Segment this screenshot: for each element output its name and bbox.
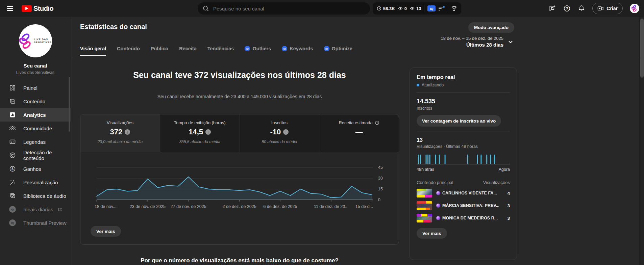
realtime-views-count: 13 bbox=[417, 137, 510, 143]
topbar: Studio 58.3K 0 13 IQ bbox=[0, 0, 644, 17]
subscriber-count: 14.535 bbox=[417, 98, 510, 105]
svg-text:30: 30 bbox=[378, 176, 383, 181]
top-content-row[interactable]: MÔNICA DE MEDEIROS R... 3 bbox=[417, 214, 510, 222]
sidebar-item-biblioteca-de-audio[interactable]: Biblioteca de áudio bbox=[0, 189, 71, 203]
svg-text:23 de nov. de 2025: 23 de nov. de 2025 bbox=[130, 204, 166, 209]
tab-visao-geral[interactable]: Visão geral bbox=[80, 46, 106, 56]
top-content-header: Conteúdo principal Visualizações bbox=[417, 180, 510, 185]
scrollbar-thumb[interactable] bbox=[640, 19, 644, 78]
content-icon bbox=[9, 98, 16, 105]
feedback-button[interactable] bbox=[549, 5, 556, 12]
vidiq-stats-bar[interactable]: 58.3K 0 13 IQ bbox=[373, 2, 461, 15]
page-scrollbar[interactable] bbox=[639, 17, 644, 265]
tab-outliers[interactable]: IQOutliers bbox=[245, 46, 271, 56]
sidebar-item-analytics[interactable]: Analytics bbox=[0, 108, 71, 122]
external-link-icon bbox=[58, 207, 62, 212]
notifications-bell-icon[interactable] bbox=[578, 5, 585, 12]
earnings-icon: $ bbox=[9, 165, 16, 172]
channel-logo-text: LIVE DAS SENSÍTIVAS bbox=[34, 38, 52, 44]
metric-inscritos[interactable]: Inscritos -10↓ 80 abaixo da média bbox=[240, 114, 320, 152]
svg-text:45: 45 bbox=[378, 165, 383, 170]
eye-icon bbox=[410, 6, 415, 11]
svg-text:2 de dez. de 2025: 2 de dez. de 2025 bbox=[223, 204, 256, 209]
create-camera-icon bbox=[597, 6, 604, 11]
sidebar-item-personalizacao[interactable]: Personalização bbox=[0, 176, 71, 189]
live-dot-icon bbox=[417, 84, 419, 86]
divider bbox=[424, 5, 424, 12]
date-range-text: 18 de nov. – 15 de dez. de 2025 bbox=[441, 36, 503, 41]
advanced-mode-button[interactable]: Modo avançado bbox=[468, 22, 514, 33]
svg-text:15 de d...: 15 de d... bbox=[355, 204, 373, 209]
account-avatar[interactable] bbox=[630, 4, 639, 13]
metric-receita-estimada[interactable]: Receita estimada — bbox=[319, 114, 399, 152]
vidiq-icon: IQ bbox=[9, 219, 16, 226]
eye-icon bbox=[398, 6, 403, 11]
scorecard-icon[interactable] bbox=[439, 6, 445, 11]
tab-receita[interactable]: Receita bbox=[179, 46, 197, 56]
search-bar[interactable] bbox=[198, 2, 370, 15]
sidebar-item-thumbnail-preview[interactable]: IQ Thumbnail Preview bbox=[0, 216, 71, 230]
trophy-icon[interactable] bbox=[451, 5, 457, 11]
clock-icon bbox=[377, 6, 381, 11]
watch-time-chip: 58.3K bbox=[377, 6, 395, 11]
date-range-picker[interactable]: 18 de nov. – 15 de dez. de 2025 Últimos … bbox=[441, 36, 514, 48]
vidiq-icon: IQ bbox=[324, 46, 329, 51]
analytics-icon bbox=[9, 111, 16, 118]
svg-text:0: 0 bbox=[378, 197, 380, 202]
channel-title: Seu canal bbox=[0, 63, 71, 69]
vidiq-icon: IQ bbox=[245, 46, 250, 51]
sidebar-item-conteudo[interactable]: Conteúdo bbox=[0, 95, 71, 108]
live-subscriber-count-button[interactable]: Ver contagem de inscritos ao vivo bbox=[417, 115, 501, 127]
tab-optimize[interactable]: IQOptimize bbox=[324, 46, 352, 56]
svg-text:11 de dez. de 20...: 11 de dez. de 20... bbox=[314, 204, 349, 209]
create-button[interactable]: Criar bbox=[592, 3, 623, 14]
tab-tendencias[interactable]: Tendências bbox=[207, 46, 234, 56]
top-content-row[interactable]: MÁRCIA SENSITIVA: PREV... 3 bbox=[417, 201, 510, 210]
realtime-bars-chart bbox=[417, 153, 511, 165]
sidebar-item-legendas[interactable]: Legendas bbox=[0, 135, 71, 149]
divider bbox=[417, 132, 510, 132]
subscriber-label: Inscritos bbox=[417, 106, 510, 111]
views-question-heading: Por que o número de visualizações está m… bbox=[80, 257, 399, 264]
overview-chart-card: Visualizações 372↓ 23,0 mil abaixo da mé… bbox=[80, 114, 399, 245]
realtime-status: Atualizando bbox=[417, 83, 510, 87]
crystal-ball-icon bbox=[436, 191, 440, 195]
chevron-down-icon bbox=[507, 38, 514, 46]
search-input[interactable] bbox=[213, 6, 355, 11]
trend-down-icon: ↓ bbox=[283, 129, 289, 135]
realtime-see-more-button[interactable]: Ver mais bbox=[417, 228, 447, 239]
page-title: Estatísticas do canal bbox=[80, 23, 147, 31]
metric-tempo-de-exibicao[interactable]: Tempo de exibição (horas) 14,5↓ 355,5 ab… bbox=[160, 114, 240, 152]
sidebar-item-deteccao-de-conteudo[interactable]: Detecção de conteúdo bbox=[0, 149, 71, 162]
copyright-icon bbox=[9, 152, 16, 159]
realtime-card: Em tempo real Atualizando 14.535 Inscrit… bbox=[410, 68, 517, 260]
video-thumbnail bbox=[417, 189, 432, 197]
sidebar-item-ideais-diarias[interactable]: IQ Ideais diárias bbox=[0, 203, 71, 216]
crystal-ball-icon bbox=[436, 216, 440, 220]
tab-keywords[interactable]: IQKeywords bbox=[282, 46, 313, 56]
video-thumbnail bbox=[417, 201, 432, 210]
overview-subtitle: Seu canal recebe normalmente de 23.400 a… bbox=[80, 94, 399, 99]
views-chip-a: 0 bbox=[398, 6, 407, 11]
tab-conteudo[interactable]: Conteúdo bbox=[117, 46, 140, 56]
tab-publico[interactable]: Público bbox=[151, 46, 168, 56]
menu-toggle-button[interactable] bbox=[3, 0, 18, 17]
views-line-chart: 015304518 de nov....23 de nov. de 202527… bbox=[89, 159, 391, 223]
sidebar-item-ganhos[interactable]: $ Ganhos bbox=[0, 162, 71, 176]
channel-avatar[interactable]: LIVE DAS SENSÍTIVAS bbox=[19, 24, 52, 57]
analytics-tabs: Visão geral Conteúdo Público Receita Ten… bbox=[80, 46, 352, 56]
video-thumbnail bbox=[417, 214, 432, 222]
overview-headline: Seu canal teve 372 visualizações nos últ… bbox=[80, 70, 399, 80]
youtube-studio-logo[interactable]: Studio bbox=[22, 5, 53, 12]
vidiq-icon[interactable]: IQ bbox=[427, 5, 436, 11]
metric-visualizacoes[interactable]: Visualizações 372↓ 23,0 mil abaixo da mé… bbox=[80, 114, 160, 152]
sidebar-scrollbar[interactable] bbox=[69, 77, 70, 132]
divider bbox=[448, 5, 448, 12]
sidebar-item-painel[interactable]: Painel bbox=[0, 81, 71, 95]
top-content-row[interactable]: CARLINHOS VIDENTE FA... 4 bbox=[417, 189, 510, 197]
help-button[interactable]: ? bbox=[563, 5, 571, 12]
see-more-button[interactable]: Ver mais bbox=[91, 226, 121, 237]
trend-down-icon: ↓ bbox=[205, 129, 211, 135]
metric-tabs: Visualizações 372↓ 23,0 mil abaixo da mé… bbox=[80, 114, 399, 152]
sidebar-item-comunidade[interactable]: Comunidade bbox=[0, 122, 71, 135]
